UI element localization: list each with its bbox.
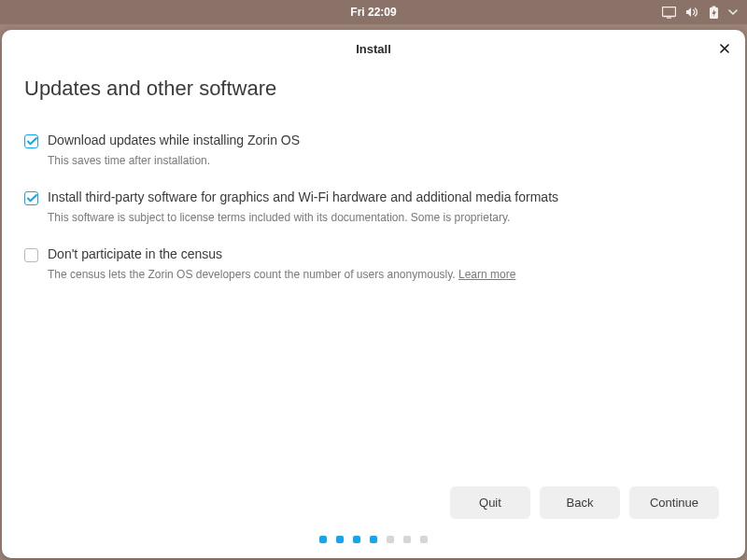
- display-icon[interactable]: [662, 7, 676, 19]
- quit-button[interactable]: Quit: [450, 486, 530, 519]
- clock: Fri 22:09: [350, 6, 396, 19]
- option-row: Download updates while installing Zorin …: [24, 133, 723, 169]
- option-label[interactable]: Install third-party software for graphic…: [48, 189, 723, 204]
- option-label[interactable]: Don't participate in the census: [48, 246, 723, 261]
- content-area: Updates and other software Download upda…: [2, 67, 745, 558]
- checkbox[interactable]: [24, 134, 38, 148]
- progress-dot: [319, 536, 327, 543]
- option-desc-text: The census lets the Zorin OS developers …: [48, 268, 458, 281]
- system-tray[interactable]: [662, 0, 738, 24]
- battery-icon[interactable]: [709, 6, 719, 20]
- options-list: Download updates while installing Zorin …: [24, 133, 723, 302]
- option-body: Install third-party software for graphic…: [48, 189, 723, 226]
- learn-more-link[interactable]: Learn more: [458, 268, 515, 281]
- svg-rect-3: [712, 6, 716, 7]
- option-description: This saves time after installation.: [48, 153, 723, 169]
- window-title: Install: [356, 42, 391, 56]
- option-row: Install third-party software for graphic…: [24, 189, 723, 226]
- progress-dots: [24, 536, 723, 558]
- checkbox[interactable]: [24, 248, 38, 262]
- progress-dot: [387, 536, 394, 543]
- svg-rect-0: [663, 7, 676, 16]
- option-body: Don't participate in the censusThe censu…: [48, 246, 723, 283]
- close-icon[interactable]: [715, 39, 734, 58]
- option-desc-text: This software is subject to license term…: [48, 211, 510, 224]
- continue-button[interactable]: Continue: [629, 486, 719, 519]
- volume-icon[interactable]: [685, 6, 699, 19]
- chevron-down-icon[interactable]: [728, 8, 738, 16]
- installer-window: Install Updates and other software Downl…: [2, 30, 745, 558]
- checkbox[interactable]: [24, 191, 38, 205]
- option-row: Don't participate in the censusThe censu…: [24, 246, 723, 283]
- progress-dot: [336, 536, 344, 543]
- progress-dot: [420, 536, 428, 543]
- option-desc-text: This saves time after installation.: [48, 154, 210, 167]
- button-row: Quit Back Continue: [24, 486, 723, 536]
- option-body: Download updates while installing Zorin …: [48, 133, 723, 169]
- system-topbar: Fri 22:09: [0, 0, 747, 24]
- option-description: This software is subject to license term…: [48, 210, 723, 226]
- progress-dot: [403, 536, 411, 543]
- titlebar: Install: [2, 30, 745, 67]
- option-label[interactable]: Download updates while installing Zorin …: [48, 133, 723, 147]
- progress-dot: [353, 536, 360, 543]
- svg-rect-1: [667, 17, 671, 18]
- page-title: Updates and other software: [24, 77, 723, 101]
- back-button[interactable]: Back: [540, 486, 620, 519]
- option-description: The census lets the Zorin OS developers …: [48, 267, 723, 283]
- progress-dot: [370, 536, 377, 543]
